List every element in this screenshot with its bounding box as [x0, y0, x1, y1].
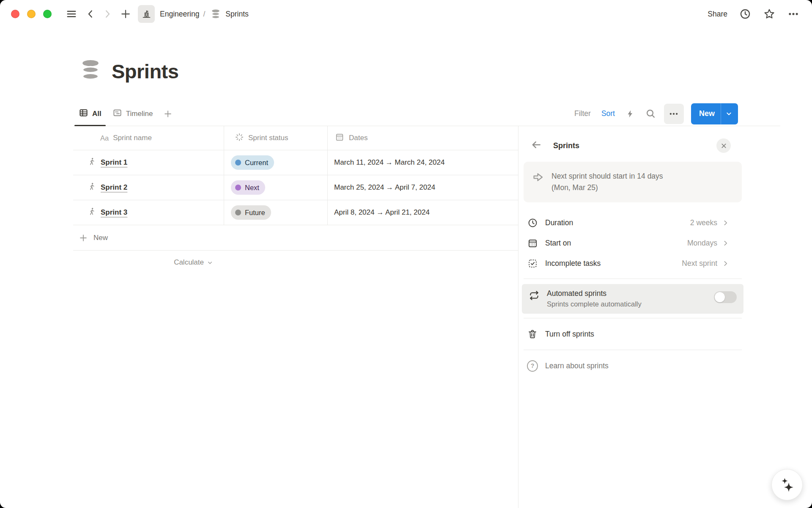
- tab-timeline[interactable]: Timeline: [107, 102, 159, 126]
- share-button[interactable]: Share: [708, 10, 727, 19]
- status-badge[interactable]: Future: [231, 205, 271, 220]
- turn-off-sprints-button[interactable]: Turn off sprints: [524, 323, 742, 345]
- page-database-icon: [80, 58, 101, 84]
- column-label: Sprint status: [248, 134, 288, 142]
- tab-all-label: All: [92, 110, 102, 118]
- text-type-icon: Aa: [100, 134, 109, 142]
- column-header-sprint-status[interactable]: Sprint status: [224, 126, 328, 150]
- notice-line-2: (Mon, Mar 25): [551, 182, 663, 193]
- close-panel-button[interactable]: [716, 138, 731, 153]
- new-button[interactable]: New: [691, 103, 738, 124]
- zoom-window-button[interactable]: [43, 10, 52, 18]
- new-page-icon[interactable]: [120, 8, 131, 19]
- arrow-right-icon: [532, 171, 544, 185]
- automations-bolt-icon[interactable]: [625, 109, 635, 119]
- question-mark: ?: [527, 360, 538, 372]
- new-button-label[interactable]: New: [691, 103, 721, 124]
- sprint-status-cell[interactable]: Current: [224, 150, 328, 175]
- back-icon[interactable]: [85, 9, 96, 19]
- traffic-lights: [11, 10, 52, 18]
- notice-line-1: Next sprint should start in 14 days: [551, 171, 663, 182]
- clock-icon: [527, 218, 538, 228]
- sprint-page-link[interactable]: Sprint 3: [101, 208, 127, 217]
- sparkles-icon: [779, 477, 795, 492]
- chevron-down-icon: [207, 260, 213, 266]
- forward-icon[interactable]: [102, 9, 112, 19]
- date-range: April 8, 2024 → April 21, 2024: [334, 208, 430, 217]
- dates-cell[interactable]: March 25, 2024 → April 7, 2024: [328, 175, 518, 200]
- setting-incomplete-tasks[interactable]: Incomplete tasks Next sprint: [524, 253, 742, 273]
- workspace-building-icon[interactable]: [138, 5, 155, 23]
- favorite-star-icon[interactable]: [763, 8, 776, 20]
- status-badge[interactable]: Next: [231, 180, 265, 195]
- timeline-view-icon: [112, 108, 122, 120]
- new-button-chevron-down-icon[interactable]: [721, 103, 738, 124]
- table-view-icon: [79, 108, 88, 120]
- filter-button[interactable]: Filter: [574, 109, 591, 118]
- more-options-icon[interactable]: [787, 8, 799, 20]
- running-person-icon: [87, 182, 96, 193]
- tab-timeline-label: Timeline: [126, 110, 153, 118]
- setting-value: Mondays: [687, 239, 717, 248]
- automated-sprints-row[interactable]: Automated sprints Sprints complete autom…: [522, 284, 743, 314]
- dates-cell[interactable]: April 8, 2024 → April 21, 2024: [328, 200, 518, 225]
- updates-clock-icon[interactable]: [739, 8, 751, 20]
- automated-sprints-description: Sprints complete automatically: [547, 300, 707, 308]
- breadcrumb-workspace[interactable]: Engineering: [160, 10, 199, 19]
- dates-cell[interactable]: March 11, 2024 → March 24, 2024: [328, 150, 518, 175]
- setting-label: Start on: [545, 239, 687, 248]
- status-dot: [235, 160, 241, 166]
- sprints-table: Aa Sprint name Sprint status: [73, 126, 518, 274]
- checkbox-icon: [527, 258, 538, 269]
- page-title-block: Sprints: [80, 58, 178, 84]
- calendar-icon: [335, 133, 344, 144]
- column-header-sprint-name[interactable]: Aa Sprint name: [73, 126, 224, 150]
- setting-start-on[interactable]: Start on Mondays: [524, 233, 742, 253]
- close-icon: [720, 142, 727, 149]
- repeat-icon: [529, 290, 540, 303]
- sprint-name-cell[interactable]: Sprint 3: [73, 200, 224, 225]
- sprint-page-link[interactable]: Sprint 2: [101, 183, 127, 192]
- new-row-button[interactable]: New: [73, 225, 518, 251]
- divider: [524, 318, 742, 318]
- setting-value: Next sprint: [682, 259, 717, 268]
- calculate-label: Calculate: [174, 258, 204, 267]
- automated-sprints-toggle[interactable]: [714, 291, 737, 303]
- status-spinner-icon: [235, 133, 244, 144]
- sprint-name-cell[interactable]: Sprint 1: [73, 150, 224, 175]
- back-arrow-icon[interactable]: [530, 139, 542, 152]
- minimize-window-button[interactable]: [27, 10, 36, 18]
- running-person-icon: [87, 207, 96, 218]
- sort-button[interactable]: Sort: [601, 109, 615, 118]
- view-controls: Filter Sort New: [574, 102, 738, 126]
- status-label: Next: [245, 184, 259, 192]
- new-row-label: New: [93, 234, 108, 242]
- status-badge[interactable]: Current: [231, 155, 274, 170]
- notion-window: Engineering / Sprints Share: [0, 0, 812, 508]
- next-sprint-notice: Next sprint should start in 14 days (Mon…: [524, 162, 742, 202]
- ai-assistant-button[interactable]: [771, 469, 803, 500]
- setting-duration[interactable]: Duration 2 weeks: [524, 213, 742, 233]
- breadcrumb-page[interactable]: Sprints: [225, 10, 248, 19]
- column-header-dates[interactable]: Dates: [328, 126, 518, 150]
- calculate-button[interactable]: Calculate: [73, 251, 224, 274]
- search-icon[interactable]: [645, 108, 656, 119]
- setting-value: 2 weeks: [690, 218, 717, 227]
- add-view-icon[interactable]: [158, 102, 178, 126]
- view-options-icon[interactable]: [664, 104, 684, 124]
- sprint-status-cell[interactable]: Next: [224, 175, 328, 200]
- tab-all[interactable]: All: [73, 102, 107, 126]
- close-window-button[interactable]: [11, 10, 19, 18]
- sidebar-menu-icon[interactable]: [66, 8, 77, 19]
- help-icon: ?: [527, 360, 538, 372]
- chevron-right-icon: [722, 219, 729, 226]
- automated-sprints-texts: Automated sprints Sprints complete autom…: [547, 289, 707, 308]
- sprint-name-cell[interactable]: Sprint 2: [73, 175, 224, 200]
- database-icon: [210, 8, 221, 19]
- running-person-icon: [87, 157, 96, 168]
- sprint-status-cell[interactable]: Future: [224, 200, 328, 225]
- sprint-page-link[interactable]: Sprint 1: [101, 158, 127, 167]
- learn-about-sprints-link[interactable]: ? Learn about sprints: [524, 355, 742, 376]
- learn-about-sprints-label: Learn about sprints: [545, 362, 609, 370]
- trash-icon: [527, 329, 538, 339]
